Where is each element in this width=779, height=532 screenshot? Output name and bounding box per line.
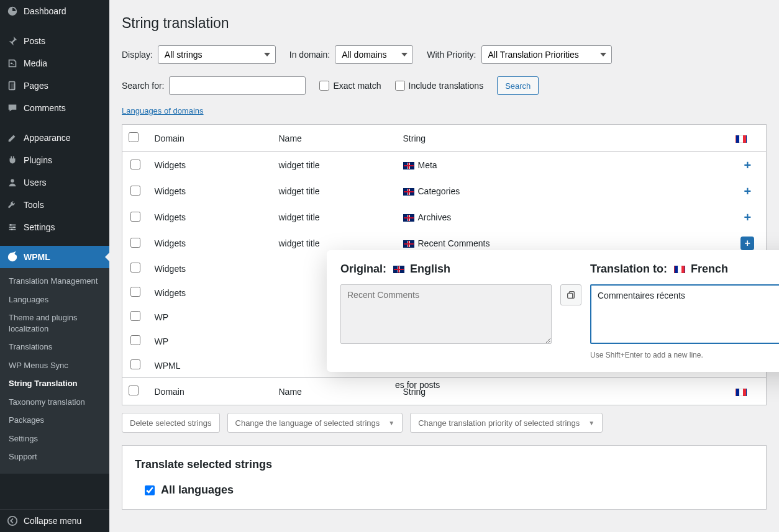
copy-original-button[interactable] xyxy=(560,284,581,305)
sidebar-item-dashboard[interactable]: Dashboard xyxy=(0,0,109,22)
row-checkbox[interactable] xyxy=(130,263,140,273)
sidebar-item-users[interactable]: Users xyxy=(0,171,109,194)
all-languages-check[interactable]: All languages xyxy=(145,484,754,497)
change-language-select[interactable]: Change the language of selected strings▼ xyxy=(227,413,403,433)
submenu-item-theme-and-plugins-localization[interactable]: Theme and plugins localization xyxy=(0,309,109,338)
cell-name: widget title xyxy=(273,204,397,230)
header-string[interactable]: String xyxy=(397,125,729,152)
domain-select[interactable]: All domains xyxy=(335,45,413,64)
tools-icon xyxy=(6,199,19,211)
delete-selected-button[interactable]: Delete selected strings xyxy=(122,413,220,433)
priority-label: With Priority: xyxy=(427,50,476,60)
translation-heading: Translation to: French xyxy=(590,263,779,276)
cell-domain: WP xyxy=(148,305,273,329)
sidebar-item-comments[interactable]: Comments xyxy=(0,97,109,119)
dashboard-icon xyxy=(6,5,19,17)
users-icon xyxy=(6,176,19,189)
sidebar-item-plugins[interactable]: Plugins xyxy=(0,149,109,171)
change-priority-select[interactable]: Change translation priority of selected … xyxy=(410,413,603,433)
original-textarea xyxy=(340,284,552,344)
sidebar-item-settings[interactable]: Settings xyxy=(0,216,109,238)
svg-rect-2 xyxy=(11,83,15,90)
french-flag-icon xyxy=(736,389,747,396)
media-icon xyxy=(6,57,19,70)
cell-domain: Widgets xyxy=(148,204,273,230)
exact-match-check[interactable]: Exact match xyxy=(319,81,381,91)
row-checkbox[interactable] xyxy=(130,335,140,345)
submenu-item-string-translation[interactable]: String Translation xyxy=(0,374,109,393)
partial-obscured-text: es for posts xyxy=(395,380,440,390)
uk-flag-icon xyxy=(403,240,414,248)
sidebar-item-appearance[interactable]: Appearance xyxy=(0,127,109,149)
settings-icon xyxy=(6,221,19,233)
caret-down-icon: ▼ xyxy=(588,420,594,426)
sidebar-submenu: Translation ManagementLanguagesTheme and… xyxy=(0,268,109,474)
sidebar-item-label: Plugins xyxy=(24,155,52,165)
page-title: String translation xyxy=(122,15,767,32)
cell-name: widget title xyxy=(273,152,397,179)
table-row: Widgetswidget titleMeta+ xyxy=(122,152,767,179)
add-translation-button[interactable]: + xyxy=(740,210,754,224)
french-flag-icon xyxy=(674,266,685,273)
header-name[interactable]: Name xyxy=(273,125,397,152)
submenu-item-languages[interactable]: Languages xyxy=(0,291,109,309)
sidebar-item-tools[interactable]: Tools xyxy=(0,194,109,216)
domain-label: In domain: xyxy=(289,50,330,60)
sidebar-item-label: Media xyxy=(24,58,47,68)
table-row: Widgetswidget titleArchives+ xyxy=(122,204,767,230)
search-input[interactable] xyxy=(169,76,306,95)
add-translation-button[interactable]: + xyxy=(740,237,754,250)
row-checkbox[interactable] xyxy=(130,186,140,196)
translation-textarea[interactable]: <span></span> xyxy=(590,284,779,344)
sidebar-item-label: Users xyxy=(24,178,47,187)
search-button[interactable]: Search xyxy=(497,76,539,95)
pin-icon xyxy=(6,35,19,47)
submenu-item-settings[interactable]: Settings xyxy=(0,430,109,448)
submenu-item-wp-menus-sync[interactable]: WP Menus Sync xyxy=(0,356,109,375)
header-target-flag xyxy=(729,125,767,152)
sidebar-item-posts[interactable]: Posts xyxy=(0,30,109,52)
submenu-item-packages[interactable]: Packages xyxy=(0,411,109,430)
cell-string: Categories xyxy=(397,178,729,204)
row-checkbox[interactable] xyxy=(130,212,140,222)
sidebar-item-wpml[interactable]: WPML xyxy=(0,246,109,268)
cell-domain: WP xyxy=(148,329,273,353)
row-checkbox[interactable] xyxy=(130,238,140,248)
cell-domain: Widgets xyxy=(148,230,273,256)
sidebar-item-media[interactable]: Media xyxy=(0,52,109,74)
submenu-item-translation-management[interactable]: Translation Management xyxy=(0,272,109,291)
footer-string: String xyxy=(397,378,729,405)
row-checkbox[interactable] xyxy=(130,311,140,321)
row-checkbox[interactable] xyxy=(130,287,140,297)
search-label: Search for: xyxy=(122,81,164,91)
sidebar-item-label: Tools xyxy=(24,200,44,210)
priority-select[interactable]: All Translation Priorities xyxy=(481,45,612,64)
row-checkbox[interactable] xyxy=(130,160,140,169)
submenu-item-taxonomy-translation[interactable]: Taxonomy translation xyxy=(0,393,109,412)
display-select[interactable]: All strings xyxy=(158,45,276,64)
submenu-item-support[interactable]: Support xyxy=(0,448,109,466)
select-all-checkbox[interactable] xyxy=(129,132,139,142)
submenu-item-translations[interactable]: Translations xyxy=(0,338,109,356)
row-checkbox[interactable] xyxy=(130,359,140,369)
add-translation-button[interactable]: + xyxy=(740,158,754,172)
collapse-label: Collapse menu xyxy=(24,516,81,526)
svg-point-7 xyxy=(10,224,12,226)
table-row: Widgetswidget titleCategories+ xyxy=(122,178,767,204)
select-all-footer-checkbox[interactable] xyxy=(129,385,139,395)
add-translation-button[interactable]: + xyxy=(740,184,754,198)
display-label: Display: xyxy=(122,50,153,60)
main-content: String translation Display: All strings … xyxy=(109,0,779,532)
cell-domain: Widgets xyxy=(148,256,273,281)
include-translations-check[interactable]: Include translations xyxy=(395,81,484,91)
header-domain[interactable]: Domain xyxy=(148,125,273,152)
wpml-icon xyxy=(6,251,19,263)
french-flag-icon xyxy=(736,135,747,143)
footer-name: Name xyxy=(273,378,397,405)
languages-of-domains-link[interactable]: Languages of domains xyxy=(122,106,204,115)
footer-target-flag xyxy=(729,378,767,405)
appearance-icon xyxy=(6,132,19,144)
svg-point-8 xyxy=(13,227,15,228)
sidebar-item-pages[interactable]: Pages xyxy=(0,74,109,97)
collapse-menu-button[interactable]: Collapse menu xyxy=(0,509,109,532)
